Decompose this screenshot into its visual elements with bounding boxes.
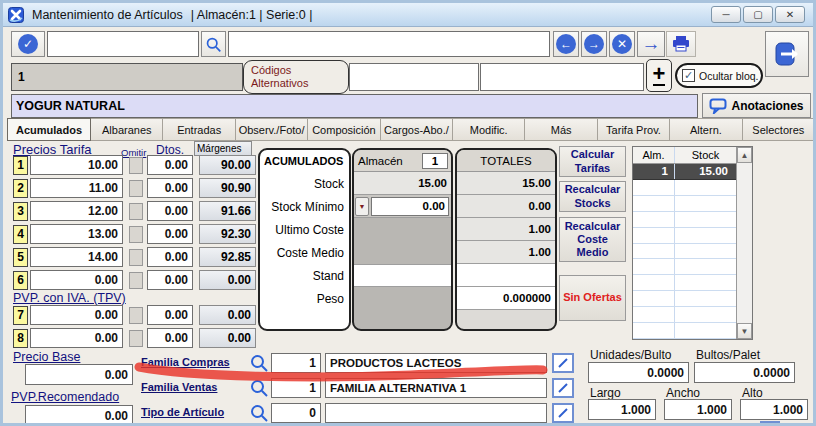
printer-icon [671,35,691,53]
row-label-peso: Peso [260,287,349,310]
search-icon[interactable] [249,353,269,373]
familia-compras-name-field[interactable]: PRODUCTOS LACTEOS [325,353,547,373]
familia-ventas-label[interactable]: Familia Ventas [141,381,217,393]
search-input[interactable] [47,31,199,57]
almacen-number-box[interactable]: 1 [422,153,448,169]
familia-compras-edit-button[interactable] [552,353,574,373]
tab-tarifa-prov[interactable]: Tarifa Prov. [598,118,670,141]
add-alt-code-button[interactable]: + [646,59,672,92]
precio-field[interactable]: 0.00 [30,270,123,290]
scroll-up-button[interactable]: ▲ [737,147,752,163]
search-icon[interactable] [249,403,269,423]
omitir-checkbox[interactable] [129,203,143,220]
dto-field[interactable]: 0.00 [147,270,193,290]
stock-minimo-input[interactable]: 0.00 [371,197,449,216]
precio-base-label[interactable]: Precio Base [13,350,80,364]
codigos-paquete-button[interactable] [760,421,780,426]
dto-field[interactable]: 0.00 [147,155,193,175]
col-header-stock[interactable]: Stock [675,147,736,163]
col-header-alm[interactable]: Alm. [633,147,675,163]
close-button[interactable]: ✕ [775,6,805,23]
dto-field[interactable]: 0.00 [147,247,193,267]
article-name-field[interactable]: YOGUR NATURAL [11,94,698,118]
pvp-con-iva-label[interactable]: PVP. con IVA. (TPV) [13,291,126,305]
exit-button[interactable] [765,31,809,77]
familia-ventas-code-field[interactable]: 1 [271,378,321,398]
tab-mas[interactable]: Más [525,118,597,141]
tab-modific[interactable]: Modific. [453,118,525,141]
omitir-checkbox[interactable] [129,249,143,266]
tipo-articulo-label[interactable]: Tipo de Artículo [141,406,224,418]
calcular-tarifas-button[interactable]: Calcular Tarifas [559,146,626,177]
tab-composicion[interactable]: Composición [308,118,380,141]
stock-minimo-dropdown[interactable]: ▼ [355,197,369,216]
search-button[interactable] [201,31,226,57]
tab-altern[interactable]: Altern. [670,118,742,141]
precio-field[interactable]: 13.00 [30,224,123,244]
precio-field[interactable]: 10.00 [30,155,123,175]
omitir-checkbox[interactable] [129,307,143,324]
precio-base-field[interactable]: 0.00 [25,364,133,385]
dto-field[interactable]: 0.00 [147,305,193,325]
largo-field[interactable]: 1.000 [588,399,656,420]
cancel-button[interactable]: ✕ [609,31,635,57]
dto-field[interactable]: 0.00 [147,224,193,244]
unidades-bulto-field[interactable]: 0.0000 [588,362,689,383]
tab-albaranes[interactable]: Albaranes [91,118,163,141]
ocultar-bloq-checkbox[interactable]: ✓ Ocultar bloq. [675,63,763,88]
confirm-button[interactable]: ✓ [11,31,45,57]
familia-compras-label[interactable]: Familia Compras [141,356,230,368]
pvp-recomendado-field[interactable]: 0.00 [25,405,133,426]
tab-selectores[interactable]: Selectores [743,118,815,141]
omitir-checkbox[interactable] [129,272,143,289]
sin-ofertas-button[interactable]: Sin Ofertas [559,275,626,321]
omitir-checkbox[interactable] [129,180,143,197]
pvp-recomendado-label[interactable]: PVP.Recomendado [11,390,119,404]
precio-field[interactable]: 11.00 [30,178,123,198]
article-code-field[interactable]: 1 [11,63,243,91]
omitir-checkbox[interactable] [129,157,143,174]
stock-table-selected-row[interactable]: 1 15.00 [633,164,736,180]
print-button[interactable] [666,31,696,57]
recalcular-coste-medio-button[interactable]: Recalcular Coste Medio [559,217,626,262]
dto-field[interactable]: 0.00 [147,201,193,221]
tab-acumulados[interactable]: Acumulados [7,118,91,141]
anotaciones-button[interactable]: Anotaciones [702,93,811,118]
precio-field[interactable]: 0.00 [30,328,123,348]
precio-field[interactable]: 0.00 [30,305,123,325]
forward-button[interactable]: → [581,31,607,57]
tab-entradas[interactable]: Entradas [163,118,235,141]
alt-code-field-2[interactable] [480,63,644,91]
tab-observ-foto[interactable]: Observ./Foto/ [236,118,308,141]
ancho-field[interactable]: 1.000 [664,399,732,420]
alt-codes-callout[interactable]: Códigos Alternativos [243,60,349,94]
lookup-input[interactable] [228,31,550,57]
scroll-down-button[interactable]: ▼ [737,323,752,339]
familia-ventas-name-field[interactable]: FAMILIA ALTERNATIVA 1 [325,378,547,398]
tipo-articulo-name-field[interactable] [325,403,547,423]
minimize-button[interactable]: ─ [711,6,741,23]
search-icon[interactable] [249,378,269,398]
familia-ventas-edit-button[interactable] [552,378,574,398]
dto-field[interactable]: 0.00 [147,328,193,348]
precio-field[interactable]: 14.00 [30,247,123,267]
stock-table-empty-row [633,323,736,339]
precio-field[interactable]: 12.00 [30,201,123,221]
alto-field[interactable]: 1.000 [740,399,808,420]
tipo-articulo-edit-button[interactable] [552,403,574,423]
stock-table-scrollbar[interactable]: ▲ ▼ [736,147,752,339]
tab-cargos-abo[interactable]: Cargos-Abo./ [381,118,453,141]
familia-compras-code-field[interactable]: 1 [271,353,321,373]
dto-field[interactable]: 0.00 [147,178,193,198]
tipo-articulo-code-field[interactable]: 0 [271,403,321,423]
goto-button[interactable]: → [637,31,665,57]
stock-table-empty-row [633,307,736,323]
almacen-stand-cell[interactable] [354,264,451,287]
bultos-palet-field[interactable]: 0.0000 [694,362,795,383]
omitir-checkbox[interactable] [129,226,143,243]
back-button[interactable]: ← [553,31,579,57]
recalcular-stocks-button[interactable]: Recalcular Stocks [559,181,626,212]
alt-code-field-1[interactable] [349,63,479,91]
maximize-button[interactable]: ▢ [743,6,773,23]
omitir-checkbox[interactable] [129,330,143,347]
